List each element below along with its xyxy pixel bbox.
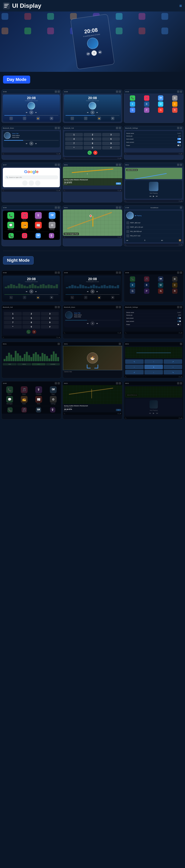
nnp-play[interactable]: ▶: [153, 412, 154, 414]
npower-toggle[interactable]: [177, 323, 181, 326]
mp-play-2[interactable]: ⏸: [90, 110, 95, 115]
ncp-phone[interactable]: 📞 Phone: [3, 386, 16, 395]
ndial-8[interactable]: 8: [23, 321, 40, 324]
nmp-prev-2[interactable]: ⏮: [86, 290, 89, 293]
nbt-play[interactable]: ⏸: [90, 321, 95, 326]
cp-radio[interactable]: 📻 Radio: [18, 222, 31, 230]
bt-next[interactable]: ⏭: [34, 142, 37, 145]
ndial-2[interactable]: 2: [23, 312, 40, 316]
dial-7[interactable]: 7: [65, 142, 83, 145]
ncp-radio[interactable]: 📻 Radio: [17, 396, 31, 404]
dock-podcast[interactable]: 🎙: [49, 233, 54, 238]
ndial-4[interactable]: 4: [4, 316, 22, 320]
dial-8[interactable]: 8: [84, 142, 101, 145]
nauto-connect-toggle[interactable]: [177, 320, 181, 322]
np-prev[interactable]: ⏮: [150, 195, 151, 197]
nmp-nav-6[interactable]: 🎵: [84, 296, 87, 299]
napp-phone[interactable]: 📞: [126, 276, 139, 282]
app-icon-news[interactable]: N: [154, 107, 167, 113]
nmp-nav-4[interactable]: ⚙: [50, 296, 53, 299]
shortcut-3[interactable]: [35, 180, 41, 186]
nav-up[interactable]: ↑: [144, 359, 163, 364]
hero-next-btn[interactable]: ▶▶: [98, 50, 102, 54]
nav-down[interactable]: ↓: [144, 370, 163, 374]
ndial-0[interactable]: 0: [23, 325, 40, 329]
song-item-3[interactable]: 华美_花好月圆.mp3: [126, 229, 181, 234]
napp-radio[interactable]: R: [168, 288, 182, 294]
power-toggle[interactable]: [177, 145, 181, 146]
napp-settings[interactable]: ⚙: [168, 276, 182, 282]
ndial-7[interactable]: 7: [4, 321, 22, 324]
ndial-3[interactable]: 3: [41, 312, 59, 316]
napp-waze[interactable]: W: [154, 282, 167, 288]
dial-0[interactable]: 0: [84, 146, 101, 150]
nmp-next-1[interactable]: ⏭: [34, 290, 37, 293]
dial-5[interactable]: 5: [84, 137, 101, 141]
dial-3[interactable]: 3: [102, 133, 120, 136]
nav-center[interactable]: ●: [144, 365, 163, 369]
nmp-nav-7[interactable]: 📻: [98, 296, 101, 299]
nmp-nav-8[interactable]: ⚙: [111, 296, 114, 299]
nnp-next[interactable]: ⏭: [156, 412, 158, 414]
shortcut-2[interactable]: [29, 180, 34, 186]
social-play[interactable]: ⏸: [144, 239, 146, 241]
np-next[interactable]: ⏭: [156, 195, 158, 197]
mp-nav-5[interactable]: 📞: [71, 117, 74, 120]
nauto-answer-toggle[interactable]: [177, 317, 181, 319]
nmp-play-2[interactable]: ⏸: [90, 289, 95, 293]
dock-music[interactable]: 🎵: [22, 233, 27, 238]
hero-play-btn[interactable]: ⏸: [91, 50, 97, 56]
mp-nav-3[interactable]: 📻: [36, 117, 40, 120]
dial-star[interactable]: *: [65, 146, 83, 150]
nmp-next-2[interactable]: ⏭: [96, 290, 99, 293]
eq-btn-2[interactable]: ROCK: [17, 363, 31, 365]
ndial-star[interactable]: *: [4, 325, 22, 329]
app-icon-extra[interactable]: C: [168, 101, 182, 107]
ncp-music[interactable]: 🎵 Music: [17, 386, 31, 395]
cp-podcasts[interactable]: 🎙 Podcasts: [32, 212, 45, 221]
nav-down-left[interactable]: ↙: [125, 370, 144, 374]
nmp-nav-2[interactable]: 🎵: [23, 296, 26, 299]
ncp-messages[interactable]: 💬 Messages: [3, 396, 16, 404]
ndock-phone[interactable]: 📞: [7, 407, 12, 412]
app-icon-podcast[interactable]: P: [140, 107, 154, 113]
cp-messages[interactable]: 💬 Messages: [4, 222, 17, 230]
ndock-maps[interactable]: 🗺: [36, 407, 41, 412]
nav-lines-icon[interactable]: ≡: [179, 3, 182, 8]
nmp-prev-1[interactable]: ⏮: [25, 290, 28, 293]
mp-nav-8[interactable]: ⚙: [111, 117, 114, 120]
dial-2[interactable]: 2: [84, 133, 101, 136]
mp-nav-6[interactable]: 🎵: [84, 117, 87, 120]
cp-music[interactable]: 🎵 Music: [18, 212, 31, 221]
napp-news[interactable]: N: [154, 288, 167, 294]
napp-telegram[interactable]: ✈: [126, 282, 139, 288]
dial-9[interactable]: 9: [102, 142, 120, 145]
napp-bt[interactable]: B: [140, 282, 154, 288]
night-go-btn[interactable]: GO: [116, 409, 121, 411]
hero-prev-btn[interactable]: ◀◀: [86, 52, 90, 56]
app-icon-telegram[interactable]: ✈: [126, 101, 139, 107]
nav-right[interactable]: →: [164, 365, 182, 369]
song-item-2[interactable]: 华晨宇_超凡入圣.mp3: [126, 225, 181, 229]
bt-play[interactable]: ⏸: [29, 142, 33, 146]
eq-btn-1[interactable]: POP: [3, 363, 17, 365]
mp-nav-4[interactable]: ⚙: [50, 117, 53, 120]
mp-nav-1[interactable]: 📞: [9, 117, 13, 120]
ndial-6[interactable]: 6: [41, 316, 59, 320]
social-repeat[interactable]: 🔁: [179, 239, 181, 241]
cp-settings[interactable]: ⚙ Settings: [46, 222, 58, 230]
mp-next-2[interactable]: ⏭: [96, 111, 99, 114]
nbt-prev[interactable]: ⏮: [86, 322, 89, 325]
nmp-nav-3[interactable]: 📻: [36, 296, 40, 299]
ndial-hash[interactable]: #: [41, 325, 59, 329]
shortcut-1[interactable]: [22, 180, 28, 186]
dial-4[interactable]: 4: [65, 137, 83, 141]
nnp-prev[interactable]: ⏮: [149, 412, 151, 414]
call-end[interactable]: ✕: [93, 151, 98, 155]
app-icon-music[interactable]: 🎵: [140, 95, 154, 101]
mp-nav-7[interactable]: 📻: [98, 117, 101, 120]
google-search-bar[interactable]: 🔍 Search or type URL: [4, 175, 58, 179]
ncp-maps[interactable]: 🗺 Maps: [47, 386, 60, 395]
nmp-play-1[interactable]: ⏸: [29, 289, 33, 293]
nav-left[interactable]: ←: [125, 365, 144, 369]
